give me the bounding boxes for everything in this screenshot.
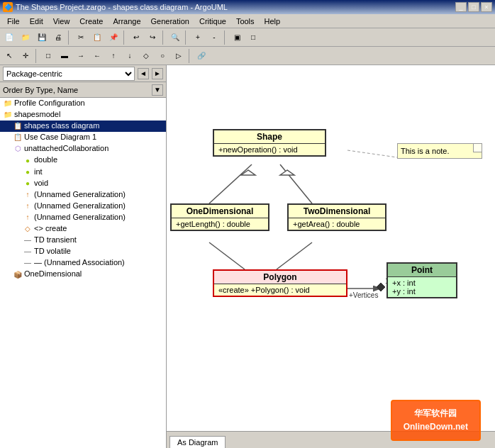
onedimensional-class[interactable]: OneDimensional +getLength() : double [170,203,269,231]
tree-icon-9: ↑ [23,201,33,211]
diagram-area[interactable]: 1..* +Vertices Shape +newOperation() : v… [167,65,495,431]
zoom-out-button[interactable]: - [206,30,222,45]
tree-label-4: unattachedCollaboration [24,144,109,152]
tree-item-7[interactable]: ●void [0,178,166,189]
cut-button[interactable]: ✂ [73,30,89,45]
line-tool[interactable]: ▬ [57,48,72,64]
select-tool[interactable]: ↖ [1,48,17,64]
svg-marker-7 [280,170,294,175]
svg-line-5 [347,150,397,157]
tree-item-5[interactable]: ●double [0,155,166,166]
find-button[interactable]: 🔍 [167,30,183,45]
polygon-class[interactable]: Polygon «create» +Polygon() : void [213,269,347,297]
point-header: Point [388,264,456,277]
shape-class-header: Shape [214,130,325,144]
triangle-tool[interactable]: ▷ [171,48,187,64]
tree-icon-13: — [23,247,33,257]
shape-class-body: +newOperation() : void [214,144,325,155]
tree-item-10[interactable]: ↑(Unnamed Generalization) [0,212,166,223]
polygon-body: «create» +Polygon() : void [214,284,346,296]
paste-button[interactable]: 📌 [106,30,121,45]
menu-generation[interactable]: Generation [147,16,194,27]
close-button[interactable]: × [481,2,492,12]
tree-icon-15: 📦 [13,270,23,280]
tree-label-13: TD volatile [34,247,71,255]
zoom-fit-button[interactable]: ▣ [229,30,245,45]
menubar: File Edit View Create Arrange Generation… [0,14,495,28]
redo-button[interactable]: ↪ [145,30,160,45]
shape-class[interactable]: Shape +newOperation() : void [213,129,326,157]
polygon-header: Polygon [214,271,346,284]
point-body: +x : int+y : int [388,277,456,297]
tree-label-5: double [34,155,57,164]
menu-create[interactable]: Create [75,16,107,27]
tree-container[interactable]: 📁Profile Configuration📁shapesmodel📋shape… [0,98,166,448]
diagram-note[interactable]: This is a note. [397,143,482,159]
nav-dropdown[interactable]: Package-centric [3,67,135,81]
move-tool[interactable]: ✛ [18,48,33,64]
tree-item-8[interactable]: ↑(Unnamed Generalization) [0,189,166,201]
tree-item-11[interactable]: ◇<> create [0,223,166,235]
arrow-up-tool[interactable]: ↑ [106,48,121,64]
tab-as-diagram[interactable]: As Diagram [169,436,226,448]
link-tool[interactable]: 🔗 [194,48,209,64]
arrow-left-tool[interactable]: ← [89,48,105,64]
sort-button[interactable]: ▼ [152,84,163,96]
sort-header: Order By Type, Name ▼ [0,82,166,98]
open-button[interactable]: 📁 [18,30,33,45]
menu-arrange[interactable]: Arrange [109,16,145,27]
maximize-button[interactable]: □ [468,2,479,12]
point-class[interactable]: Point +x : int+y : int [386,262,457,298]
tree-item-12[interactable]: —TD transient [0,235,166,246]
menu-edit[interactable]: Edit [26,16,48,27]
tree-item-3[interactable]: 📋Use Case Diagram 1 [0,132,166,143]
tree-item-4[interactable]: ⬡unattachedCollaboration [0,143,166,155]
arrow-tool[interactable]: → [73,48,89,64]
new-button[interactable]: 📄 [1,30,17,45]
nav-back-button[interactable]: ◄ [138,68,149,79]
undo-button[interactable]: ↩ [128,30,144,45]
left-panel: Package-centric ◄ ► Order By Type, Name … [0,65,167,448]
tree-item-15[interactable]: 📦OneDimensional [0,269,166,280]
onedimensional-body: +getLength() : double [172,218,268,230]
zoom-in-button[interactable]: + [190,30,206,45]
tree-label-8: (Unnamed Generalization) [34,190,126,198]
menu-critique[interactable]: Critique [195,16,230,27]
titlebar: 🔷 The Shapes Project.zargo - shapes clas… [0,0,495,14]
tree-item-0[interactable]: 📁Profile Configuration [0,98,166,109]
menu-view[interactable]: View [49,16,74,27]
tree-label-15: OneDimensional [24,269,82,278]
nav-forward-button[interactable]: ► [152,68,163,79]
svg-line-2 [209,242,245,269]
arrow-down-tool[interactable]: ↓ [122,48,138,64]
minimize-button[interactable]: _ [455,2,467,12]
separator5 [224,30,227,45]
tree-item-13[interactable]: —TD volatile [0,246,166,257]
tree-icon-1: 📁 [3,110,13,120]
tree-item-6[interactable]: ●int [0,167,166,178]
copy-button[interactable]: 📋 [89,30,105,45]
twodimensional-class[interactable]: TwoDimensional +getArea() : double [287,203,386,231]
save-button[interactable]: 💾 [34,30,50,45]
onedimensional-header: OneDimensional [172,205,268,218]
separator6 [35,49,38,63]
tree-label-14: — (Unnamed Association) [34,258,125,267]
zoom-normal-button[interactable]: □ [245,30,261,45]
sort-label: Order By Type, Name [3,86,78,94]
circle-tool[interactable]: ○ [155,48,170,64]
tree-icon-7: ● [23,179,33,189]
menu-help[interactable]: Help [260,16,285,27]
tree-item-1[interactable]: 📁shapesmodel [0,109,166,121]
tree-label-6: int [34,167,43,176]
diamond-tool[interactable]: ◇ [138,48,154,64]
menu-file[interactable]: File [3,16,24,27]
tree-icon-5: ● [23,156,33,166]
tree-item-9[interactable]: ↑(Unnamed Generalization) [0,201,166,212]
tree-item-2[interactable]: 📋shapes class diagram [0,121,166,132]
menu-tools[interactable]: Tools [232,16,259,27]
print-button[interactable]: 🖨 [50,30,66,45]
nav-header: Package-centric ◄ ► [0,65,166,82]
tree-label-12: TD transient [34,235,77,244]
rect-tool[interactable]: □ [40,48,56,64]
tree-item-14[interactable]: —— (Unnamed Association) [0,257,166,269]
